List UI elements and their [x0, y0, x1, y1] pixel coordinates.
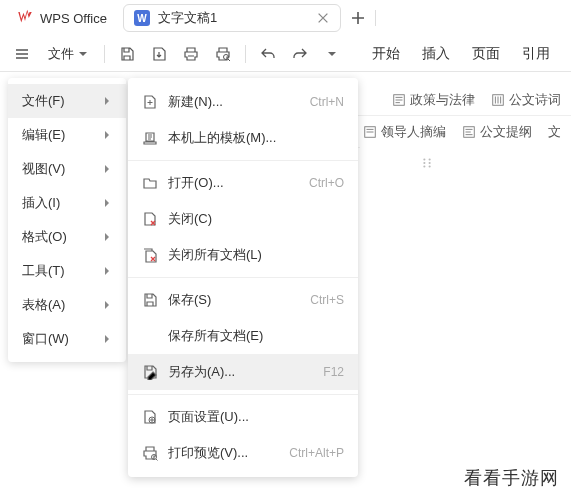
printpreview-icon — [142, 445, 158, 461]
file-submenu-item[interactable]: 另存为(A)...F12 — [128, 354, 358, 390]
print-preview-button[interactable] — [209, 40, 237, 68]
file-submenu-item[interactable]: 打印预览(V)...Ctrl+Alt+P — [128, 435, 358, 471]
ribbon-tabs: 开始 插入 页面 引用 — [370, 41, 552, 67]
redo-button[interactable] — [286, 40, 314, 68]
menu-item-label: 保存(S) — [168, 291, 300, 309]
side-menu-label: 编辑(E) — [22, 126, 65, 144]
menu-item-label: 页面设置(U)... — [168, 408, 344, 426]
side-menu-item[interactable]: 编辑(E) — [8, 118, 126, 152]
menu-item-shortcut: Ctrl+S — [310, 293, 344, 307]
menu-item-label: 另存为(A)... — [168, 363, 313, 381]
side-menu-item[interactable]: 视图(V) — [8, 152, 126, 186]
svg-point-11 — [423, 165, 425, 167]
menu-item-label: 打开(O)... — [168, 174, 299, 192]
side-menu-item[interactable]: 文件(F) — [8, 84, 126, 118]
app-logo-area[interactable]: WPS Office — [8, 5, 115, 31]
chevron-right-icon — [102, 266, 112, 276]
chip-official-poetry[interactable]: 公文诗词 — [491, 91, 561, 109]
doc-icon — [392, 93, 406, 107]
doc-icon — [462, 125, 476, 139]
file-submenu-item[interactable]: 新建(N)...Ctrl+N — [128, 84, 358, 120]
side-menu-item[interactable]: 工具(T) — [8, 254, 126, 288]
blank-icon — [142, 328, 158, 344]
menu-item-label: 保存所有文档(E) — [168, 327, 344, 345]
svg-point-8 — [429, 158, 431, 160]
file-submenu-item[interactable]: 关闭(C) — [128, 201, 358, 237]
closeall-icon — [142, 247, 158, 263]
chip-label: 文 — [548, 123, 561, 141]
menu-item-label: 关闭(C) — [168, 210, 344, 228]
svg-point-10 — [429, 162, 431, 164]
print-button[interactable] — [177, 40, 205, 68]
chevron-right-icon — [102, 164, 112, 174]
tab-reference[interactable]: 引用 — [520, 41, 552, 67]
file-submenu-item[interactable]: 保存所有文档(E) — [128, 318, 358, 354]
hamburger-menu-button[interactable] — [8, 40, 36, 68]
chip-policy-law[interactable]: 政策与法律 — [392, 91, 475, 109]
svg-point-9 — [423, 162, 425, 164]
close-icon — [142, 211, 158, 227]
menu-item-label: 本机上的模板(M)... — [168, 129, 344, 147]
chip-official-outline[interactable]: 公文提纲 — [462, 123, 532, 141]
file-submenu: 新建(N)...Ctrl+N本机上的模板(M)...打开(O)...Ctrl+O… — [128, 78, 358, 477]
side-menu-item[interactable]: 窗口(W) — [8, 322, 126, 356]
new-icon — [142, 94, 158, 110]
new-tab-button[interactable] — [349, 9, 367, 27]
template-icon — [142, 130, 158, 146]
side-menu-label: 表格(A) — [22, 296, 65, 314]
document-canvas[interactable] — [360, 140, 571, 500]
file-submenu-item[interactable]: 保存(S)Ctrl+S — [128, 282, 358, 318]
chip-label: 公文提纲 — [480, 123, 532, 141]
menu-separator — [128, 160, 358, 161]
document-tab[interactable]: W 文字文稿1 — [123, 4, 341, 32]
chip-leader-excerpts[interactable]: 领导人摘编 — [363, 123, 446, 141]
side-menu-item[interactable]: 表格(A) — [8, 288, 126, 322]
menu-separator — [128, 277, 358, 278]
chip-label: 领导人摘编 — [381, 123, 446, 141]
pagesetup-icon — [142, 409, 158, 425]
tab-title: 文字文稿1 — [158, 9, 308, 27]
file-menu-button[interactable]: 文件 — [40, 40, 96, 68]
chevron-right-icon — [102, 300, 112, 310]
chevron-right-icon — [102, 198, 112, 208]
menu-item-shortcut: Ctrl+N — [310, 95, 344, 109]
tab-start[interactable]: 开始 — [370, 41, 402, 67]
chip-more[interactable]: 文 — [548, 123, 561, 141]
chevron-down-icon — [78, 49, 88, 59]
watermark-text: 看看手游网 — [464, 466, 559, 490]
doc-icon — [491, 93, 505, 107]
separator — [375, 10, 376, 26]
save-icon — [142, 292, 158, 308]
file-menu-label: 文件 — [48, 45, 74, 63]
word-doc-icon: W — [134, 10, 150, 26]
file-submenu-item[interactable]: 本机上的模板(M)... — [128, 120, 358, 156]
menu-item-label: 打印预览(V)... — [168, 444, 279, 462]
save-button[interactable] — [113, 40, 141, 68]
file-submenu-item[interactable]: 页面设置(U)... — [128, 399, 358, 435]
tab-insert[interactable]: 插入 — [420, 41, 452, 67]
side-menu-label: 格式(O) — [22, 228, 67, 246]
close-tab-icon[interactable] — [316, 11, 330, 25]
side-menu-label: 视图(V) — [22, 160, 65, 178]
chip-label: 政策与法律 — [410, 91, 475, 109]
menu-item-label: 关闭所有文档(L) — [168, 246, 344, 264]
file-submenu-item[interactable]: 关闭所有文档(L) — [128, 237, 358, 273]
menu-item-label: 新建(N)... — [168, 93, 300, 111]
chip-label: 公文诗词 — [509, 91, 561, 109]
chevron-right-icon — [102, 130, 112, 140]
side-menu-item[interactable]: 格式(O) — [8, 220, 126, 254]
side-menu-item[interactable]: 插入(I) — [8, 186, 126, 220]
open-icon — [142, 175, 158, 191]
menu-item-shortcut: Ctrl+Alt+P — [289, 446, 344, 460]
export-button[interactable] — [145, 40, 173, 68]
file-submenu-item[interactable]: 打开(O)...Ctrl+O — [128, 165, 358, 201]
toolbar-dropdown-button[interactable] — [318, 40, 346, 68]
tab-page[interactable]: 页面 — [470, 41, 502, 67]
chevron-right-icon — [102, 96, 112, 106]
chevron-right-icon — [102, 232, 112, 242]
side-menu-label: 窗口(W) — [22, 330, 69, 348]
undo-button[interactable] — [254, 40, 282, 68]
toolbar: 文件 开始 插入 页面 引用 — [0, 36, 571, 72]
side-menu-label: 插入(I) — [22, 194, 60, 212]
side-menu-label: 文件(F) — [22, 92, 65, 110]
